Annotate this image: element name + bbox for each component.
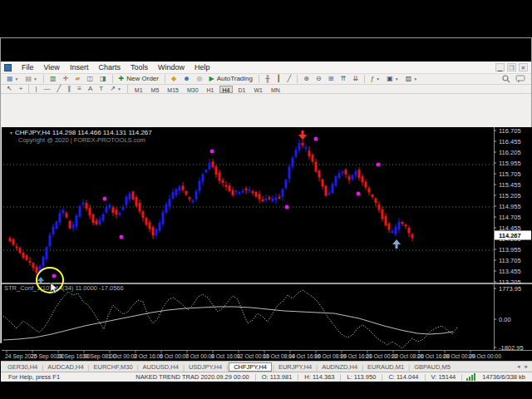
autotrading-glyph: ▶: [209, 75, 214, 83]
data-window-icon[interactable]: ✛: [61, 75, 71, 84]
status-separator: [255, 374, 256, 381]
timeframe-button-h1[interactable]: H1: [204, 86, 218, 93]
chart-tab-audcad-h4[interactable]: AUDCAD,H4: [44, 363, 86, 371]
timeframe-button-d1[interactable]: D1: [234, 86, 249, 93]
line-chart-icon-glyph: ╱: [287, 75, 291, 83]
navigator-icon[interactable]: ▰: [72, 75, 82, 84]
indicator-label: STR_Conf_1(10) MA(34) 11.0000 -17.0566: [4, 284, 124, 292]
chart-tab-euraud-m1[interactable]: EURAUD,M1: [364, 363, 407, 371]
community-icon[interactable]: [515, 75, 525, 83]
chart-tab-audusd-h4[interactable]: AUDUSD,H4: [140, 363, 182, 371]
arrange-windows-icon[interactable]: ⇊: [350, 75, 361, 84]
search-icon[interactable]: [502, 75, 510, 83]
channel-tool-glyph: ∥: [67, 85, 71, 93]
svg-text:113.955: 113.955: [499, 246, 521, 254]
chart-tab-eurchf-m30[interactable]: EURCHF,M30: [91, 363, 136, 371]
market-watch-icon[interactable]: ▥: [47, 75, 59, 84]
indicators-dropdown[interactable]: ƒ▼: [368, 75, 382, 84]
trendline-tool[interactable]: ╱: [54, 85, 63, 94]
status-ohlc-2: L: 113.950: [342, 373, 380, 381]
candlestick-icon[interactable]: ┃: [274, 75, 283, 84]
timeframe-button-m1[interactable]: M1: [131, 86, 146, 93]
status-ohlc-4: V: 15144: [427, 373, 461, 381]
current-price-label: 114.267: [499, 232, 521, 239]
label-tool-glyph: T: [99, 85, 103, 93]
tab-separator: |: [408, 363, 410, 371]
expert-advisors-icon-glyph: ☻: [183, 75, 190, 83]
collapse-marker[interactable]: ▾: [10, 131, 12, 135]
menu-item-insert[interactable]: Insert: [65, 62, 94, 72]
vertical-line-tool[interactable]: |: [32, 85, 39, 94]
tile-windows-icon[interactable]: ⊞: [326, 75, 337, 84]
chart-tab-usdjpy-h4[interactable]: USDJPY,H4: [185, 363, 225, 371]
menu-item-help[interactable]: Help: [190, 62, 215, 72]
timeframe-button-w1[interactable]: W1: [250, 86, 266, 93]
new-order-glyph: ✚: [119, 75, 125, 83]
restore-button[interactable]: ❐: [507, 63, 516, 71]
crosshair-tool[interactable]: +: [17, 85, 26, 94]
new-order-button[interactable]: ✚New Order: [116, 75, 161, 84]
strategy-tester-icon[interactable]: ◨: [97, 75, 109, 84]
chart-tab-ger30-h4[interactable]: GER30,H4: [4, 363, 41, 371]
chart-tab-chfjpy-h4[interactable]: CHFJPY,H4: [229, 362, 272, 372]
indicators-glyph: ƒ: [371, 75, 374, 83]
profiles-dropdown[interactable]: ▤▼: [23, 75, 41, 84]
menu-item-file[interactable]: File: [17, 62, 39, 72]
new-chart-glyph: ▦: [7, 75, 13, 83]
profiles-glyph: ▤: [26, 75, 32, 83]
expert-advisors-icon[interactable]: ☻: [180, 75, 192, 84]
tab-scroll-arrows[interactable]: ◂ ▸: [517, 363, 530, 370]
dropdown-arrow-icon: ▼: [15, 75, 19, 83]
menu-item-tools[interactable]: Tools: [126, 62, 153, 72]
zoom-out-icon[interactable]: ⊖: [313, 75, 324, 84]
chart-tabs-bar: GER30,H4|AUDCAD,H4|EURCHF,M30|AUDUSD,H4|…: [1, 361, 532, 372]
close-button[interactable]: ✕: [519, 63, 528, 71]
svg-text:115.205: 115.205: [499, 192, 521, 200]
timeframe-button-h4[interactable]: H4: [219, 86, 234, 93]
minimize-button[interactable]: ▁: [495, 63, 505, 71]
horizontal-line-tool[interactable]: —: [41, 85, 52, 94]
web-terminal-icon[interactable]: ◎: [195, 75, 205, 84]
new-chart-dropdown[interactable]: ▦▼: [4, 75, 22, 84]
bar-chart-icon[interactable]: ╫: [263, 75, 273, 84]
autotrading-button[interactable]: ▶AutoTrading: [207, 75, 255, 84]
chart-tab-gbpaud-m5[interactable]: GBPAUD,M5: [411, 363, 454, 371]
scripts-icon[interactable]: ◆: [169, 75, 179, 84]
symbol-ohlc-text: CHFJPY,H4 114.298 114.466 114.131 114.26…: [15, 129, 152, 136]
templates-dropdown[interactable]: ▨▼: [403, 75, 421, 84]
cascade-windows-icon[interactable]: ⇈: [337, 75, 348, 84]
arrows-dropdown[interactable]: ↗▼: [107, 85, 124, 94]
chart-tab-eurjpy-h4[interactable]: EURJPY,H4: [275, 363, 315, 371]
app-icon: [4, 64, 12, 71]
status-separator: [340, 374, 341, 381]
chart-tab-audnzd-h4[interactable]: AUDNZD,H4: [318, 363, 361, 371]
status-comment: NAKED TREND TRAD 2020.09.29 00:00: [131, 373, 253, 381]
label-tool[interactable]: T: [96, 85, 106, 94]
status-data-counter: 14736/6/338 kb: [478, 373, 530, 381]
periods-dropdown[interactable]: ▣▼: [384, 75, 401, 84]
menu-item-window[interactable]: Window: [153, 62, 190, 72]
line-chart-icon[interactable]: ╱: [284, 75, 293, 84]
timeframe-button-m5[interactable]: M5: [148, 86, 163, 93]
channel-tool[interactable]: ∥: [65, 85, 73, 94]
fibonacci-tool[interactable]: ≡: [75, 85, 84, 94]
tab-separator: |: [42, 363, 43, 371]
chart-canvas[interactable]: 116.705116.455116.205115.955115.705115.4…: [2, 127, 532, 361]
chart-background: [2, 127, 532, 361]
cursor-tool[interactable]: ↖: [4, 85, 15, 94]
svg-text:115.705: 115.705: [499, 170, 521, 178]
menu-item-view[interactable]: View: [39, 62, 65, 72]
status-separator: [298, 374, 298, 381]
timeframe-button-m15[interactable]: M15: [164, 86, 182, 93]
timeframe-button-m30[interactable]: M30: [184, 86, 202, 93]
zoom-in-icon[interactable]: ⊕: [301, 75, 312, 84]
menu-item-charts[interactable]: Charts: [93, 62, 126, 72]
terminal-icon[interactable]: ◫: [84, 75, 96, 84]
text-tool[interactable]: A: [86, 85, 95, 94]
status-right: NAKED TREND TRAD 2020.09.29 00:00O: 113.…: [131, 373, 530, 381]
toolbar-separator: [112, 75, 113, 83]
autotrading-button-label: AutoTrading: [217, 75, 253, 83]
timeframe-button-mn[interactable]: MN: [268, 86, 283, 93]
arrows-glyph: ↗: [110, 85, 116, 93]
fibonacci-tool-glyph: ≡: [77, 85, 81, 93]
